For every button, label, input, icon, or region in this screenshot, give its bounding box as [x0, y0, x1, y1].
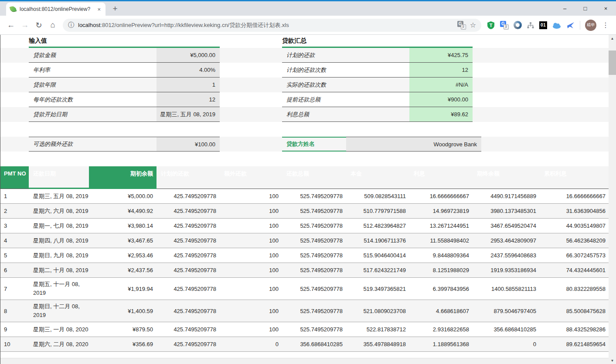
schedule-row: 3星期一, 七月 08, 2019¥3,980.14425.7495209778…	[0, 219, 609, 233]
inputs-summary-rows: 贷款金额¥5,000.00计划的还款¥425.75年利率4.00%计划的还款次数…	[0, 48, 609, 122]
table-cell: ¥1,400.59	[89, 300, 157, 322]
home-icon[interactable]: ⌂	[46, 19, 59, 32]
extra-payment-label: 可选的额外还款	[29, 137, 157, 152]
schedule-row: 8星期日, 十二月 08, 2019¥1,400.59425.749520977…	[0, 300, 609, 322]
table-cell: 100	[220, 219, 282, 233]
table-cell: 89.6214859654	[540, 337, 609, 351]
table-cell: 521.0809023708	[346, 300, 409, 322]
table-cell: 525.7495209778	[282, 322, 346, 337]
table-cell: 3	[0, 219, 29, 233]
scrollbar-track[interactable]	[609, 42, 616, 357]
table-cell: 879.5046797405	[473, 300, 540, 322]
input-summary-row: 每年的还款次数12提前还款总额¥900.00	[0, 92, 609, 107]
translate-page-icon[interactable]: G 文	[457, 21, 466, 30]
table-cell: 8	[0, 300, 29, 322]
table-cell: 356.6868410285	[282, 337, 346, 351]
browser-tab[interactable]: localhost:8012/onlinePreview? ×	[6, 3, 106, 16]
input-label: 每年的还款次数	[29, 92, 157, 107]
swirl-extension-icon[interactable]	[514, 21, 522, 29]
new-tab-button[interactable]: +	[109, 3, 121, 15]
table-cell: 88.4325298286	[540, 322, 609, 337]
table-cell: 525.7495209778	[282, 248, 346, 263]
forward-icon[interactable]: →	[18, 19, 31, 32]
table-cell: 2953.4642809097	[473, 233, 540, 248]
close-button[interactable]: ×	[596, 1, 616, 16]
column-header: 计划的还款	[157, 166, 220, 189]
table-cell: 425.7495209778	[157, 263, 220, 277]
scroll-up-icon[interactable]: ▲	[609, 35, 616, 42]
bookmark-star-icon[interactable]: ☆	[470, 21, 476, 29]
schedule-row: 5星期日, 九月 08, 2019¥2,953.46425.7495209778…	[0, 248, 609, 263]
table-cell: 13.2671244951	[409, 219, 473, 233]
table-cell: 1919.9353186934	[473, 263, 540, 277]
shield-extension-icon[interactable]: T	[487, 21, 495, 30]
table-cell: 515.9046400414	[346, 248, 409, 263]
summary-value: ¥89.62	[409, 107, 473, 122]
table-cell: 425.7495209778	[157, 189, 220, 203]
table-cell: 5	[0, 248, 29, 263]
column-header: 额外还款	[220, 166, 282, 189]
table-cell: 425.7495209778	[157, 219, 220, 233]
table-cell: 80.8322289558	[540, 278, 609, 300]
summary-label: 提前还款总额	[282, 92, 409, 107]
scroll-down-icon[interactable]: ▼	[609, 357, 616, 364]
minimize-button[interactable]: –	[555, 1, 575, 16]
maximize-button[interactable]: □	[575, 1, 596, 16]
table-cell: ¥1,919.94	[89, 278, 157, 300]
input-summary-row: 贷款年限1实际的还款次数#N/A	[0, 78, 609, 92]
column-header: 累积利息	[540, 166, 609, 189]
table-cell: 0	[473, 337, 540, 351]
table-cell: 525.7495209778	[282, 300, 346, 322]
table-cell: 1.1889561368	[409, 337, 473, 351]
table-cell: 525.7495209778	[282, 233, 346, 248]
vertical-scrollbar[interactable]: ▲ ▼	[609, 35, 616, 364]
schedule-row: 7星期五, 十一月 08, 2019¥1,919.94425.749520977…	[0, 278, 609, 300]
table-cell: 525.7495209778	[282, 263, 346, 277]
lender-name-label: 贷款方姓名	[282, 137, 346, 152]
spacer	[0, 48, 29, 63]
menu-kebab-icon[interactable]: ⋮	[601, 21, 610, 29]
back-icon[interactable]: ←	[4, 19, 17, 32]
bird-extension-icon[interactable]	[566, 21, 575, 29]
badge-01-extension-icon[interactable]: 01	[539, 21, 547, 29]
schedule-header-row: PMT NO还款日期期初余额计划的还款额外还款还款总额本金利息期终余额累积利息	[0, 166, 609, 189]
table-cell: 9.8448809364	[409, 248, 473, 263]
horizontal-scrollbar[interactable]	[0, 358, 609, 364]
table-cell: 星期四, 八月 08, 2019	[29, 233, 89, 248]
tab-close-icon[interactable]: ×	[96, 6, 102, 13]
table-cell: 509.0828543111	[346, 189, 409, 203]
extensions-area: T G 文 01 精华 ⋮	[485, 20, 612, 31]
table-cell: 星期日, 十二月 08, 2019	[29, 300, 89, 322]
table-cell: 425.7495209778	[157, 278, 220, 300]
scrollbar-thumb[interactable]	[609, 51, 616, 75]
input-label: 贷款开始日期	[29, 107, 157, 122]
spacer	[220, 107, 282, 122]
schedule-row: 2星期六, 六月 08, 2019¥4,490.92425.7495209778…	[0, 204, 609, 219]
input-label: 年利率	[29, 63, 157, 78]
table-cell: 星期六, 六月 08, 2019	[29, 204, 89, 218]
browser-titlebar: localhost:8012/onlinePreview? × + – □ ×	[0, 1, 616, 16]
reload-icon[interactable]: ↻	[32, 19, 45, 32]
url-host: localhost	[78, 22, 100, 28]
page-info-icon[interactable]: ⓘ	[68, 21, 74, 29]
profile-avatar[interactable]: 精华	[585, 20, 596, 31]
spacer	[220, 63, 282, 78]
address-bar[interactable]: ⓘ localhost:8012/onlinePreview?url=http:…	[63, 19, 481, 32]
table-cell: 525.7495209778	[282, 219, 346, 233]
table-cell: 425.7495209778	[157, 233, 220, 248]
table-cell: 0	[220, 337, 282, 351]
table-cell: 星期日, 九月 08, 2019	[29, 248, 89, 263]
section-title-row: 输入值 贷款汇总	[0, 35, 609, 48]
cloud-extension-icon[interactable]	[552, 22, 562, 29]
table-cell: 356.6868410285	[473, 322, 540, 337]
column-header: 期终余额	[473, 166, 540, 189]
table-cell: 525.7495209778	[282, 278, 346, 300]
table-cell: 星期一, 七月 08, 2019	[29, 219, 89, 233]
sheet-filler	[0, 352, 609, 358]
spacer	[220, 48, 282, 63]
table-cell: 525.7495209778	[282, 189, 346, 203]
column-header: 期初余额	[89, 166, 157, 189]
sitemap-extension-icon[interactable]	[527, 21, 534, 29]
summary-value: #N/A	[409, 78, 473, 92]
translate-extension-icon[interactable]: G 文	[500, 21, 509, 30]
